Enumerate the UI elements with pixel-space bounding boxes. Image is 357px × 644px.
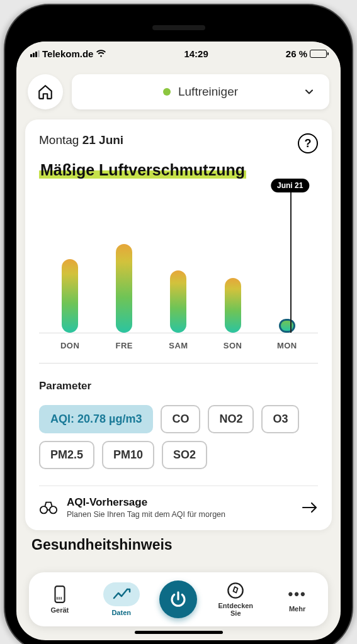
chip-so2[interactable]: SO2 <box>162 441 207 469</box>
binoculars-icon <box>39 500 58 515</box>
headline: Mäßige Luftverschmutzung <box>39 161 246 179</box>
arrow-right-icon <box>302 501 318 514</box>
device-selector-label: Luftreiniger <box>178 85 238 99</box>
device-selector[interactable]: Luftreiniger <box>72 74 329 109</box>
more-icon: ••• <box>288 586 307 602</box>
power-icon <box>169 590 188 609</box>
bar-label: MON <box>272 341 302 350</box>
home-button[interactable] <box>28 74 63 109</box>
home-indicator <box>135 631 223 634</box>
nav-data[interactable]: Daten <box>98 582 145 616</box>
chart-bars-area[interactable]: Juni 21 <box>39 208 318 333</box>
wifi-icon <box>96 50 106 58</box>
home-icon <box>37 84 54 100</box>
battery-percent: 26 % <box>286 48 307 59</box>
card-header: Montag 21 Juni ? <box>39 133 318 153</box>
bar-don[interactable] <box>55 259 85 333</box>
forecast-text: AQI-Vorhersage Planen Sie Ihren Tag mit … <box>67 496 293 519</box>
phone-frame: Telekom.de 14:29 26 % Luftreiniger <box>5 5 352 644</box>
status-dot-icon <box>163 88 171 96</box>
status-right: 26 % <box>286 48 327 59</box>
chart-marker-line <box>290 187 292 333</box>
nav-data-label: Daten <box>111 609 131 616</box>
bar-mon[interactable] <box>272 319 302 333</box>
top-controls: Luftreiniger <box>16 65 341 119</box>
next-section-heading: Gesundheitshinweis <box>16 533 341 553</box>
device-icon <box>52 585 68 604</box>
nav-more-label: Mehr <box>289 605 305 613</box>
compass-icon <box>227 582 244 599</box>
svg-point-3 <box>229 583 243 597</box>
nav-device-label: Gerät <box>51 606 69 614</box>
nav-discover-label: Entdecken Sie <box>212 602 259 617</box>
power-button[interactable] <box>159 580 197 618</box>
date-label: 21 Juni <box>82 133 123 147</box>
chip-o3[interactable]: O3 <box>261 405 299 433</box>
nav-more[interactable]: ••• Mehr <box>274 586 320 613</box>
help-button[interactable]: ? <box>298 133 318 153</box>
chip-no2[interactable]: NO2 <box>208 405 254 433</box>
chart-marker-label: Juni 21 <box>271 179 309 192</box>
chip-pm10[interactable]: PM10 <box>102 441 154 469</box>
svg-rect-2 <box>55 586 64 602</box>
forecast-row[interactable]: AQI-Vorhersage Planen Sie Ihren Tag mit … <box>39 486 318 519</box>
bottom-nav: Gerät Daten Entdecken Sie ••• Mehr <box>29 572 328 626</box>
forecast-subtitle: Planen Sie Ihren Tag mit dem AQI für mor… <box>67 510 293 519</box>
forecast-arrow-button[interactable] <box>302 501 318 514</box>
nav-device[interactable]: Gerät <box>37 585 83 614</box>
parameter-heading: Parameter <box>39 380 318 392</box>
status-left: Telekom.de <box>30 48 106 59</box>
bar-label: SAM <box>163 341 193 350</box>
day-label: Montag <box>39 133 79 147</box>
signal-icon <box>30 50 40 57</box>
bar-fre[interactable] <box>109 244 139 332</box>
bar-sam[interactable] <box>163 270 193 333</box>
bar-label: DON <box>55 341 85 350</box>
trend-icon <box>103 582 140 606</box>
chip-co[interactable]: CO <box>161 405 200 433</box>
chip-pm25[interactable]: PM2.5 <box>39 441 94 469</box>
bar-son[interactable] <box>218 278 248 332</box>
nav-discover[interactable]: Entdecken Sie <box>212 582 259 617</box>
question-icon: ? <box>305 137 312 150</box>
carrier-label: Telekom.de <box>42 48 93 59</box>
bar-label: FRE <box>109 341 139 350</box>
status-time: 14:29 <box>184 48 208 59</box>
app-screen: Telekom.de 14:29 26 % Luftreiniger <box>16 42 341 640</box>
chip-aqi[interactable]: AQI: 20.78 µg/m3 <box>39 405 153 433</box>
svg-point-1 <box>50 506 57 513</box>
status-bar: Telekom.de 14:29 26 % <box>16 42 341 65</box>
parameter-chips: AQI: 20.78 µg/m3 CO NO2 O3 PM2.5 PM10 SO… <box>39 405 318 469</box>
phone-speaker <box>152 25 205 30</box>
forecast-title: AQI-Vorhersage <box>67 496 293 509</box>
aqi-card: Montag 21 Juni ? Mäßige Luftverschmutzun… <box>25 119 332 530</box>
battery-icon <box>310 50 327 58</box>
date-line: Montag 21 Juni <box>39 133 123 147</box>
chevron-down-icon <box>303 86 315 98</box>
chart-category-labels: DONFRESAMSONMON <box>39 341 318 364</box>
svg-point-0 <box>40 506 47 513</box>
bar-label: SON <box>218 341 248 350</box>
aqi-chart: Juni 21 DONFRESAMSONMON <box>39 208 318 364</box>
